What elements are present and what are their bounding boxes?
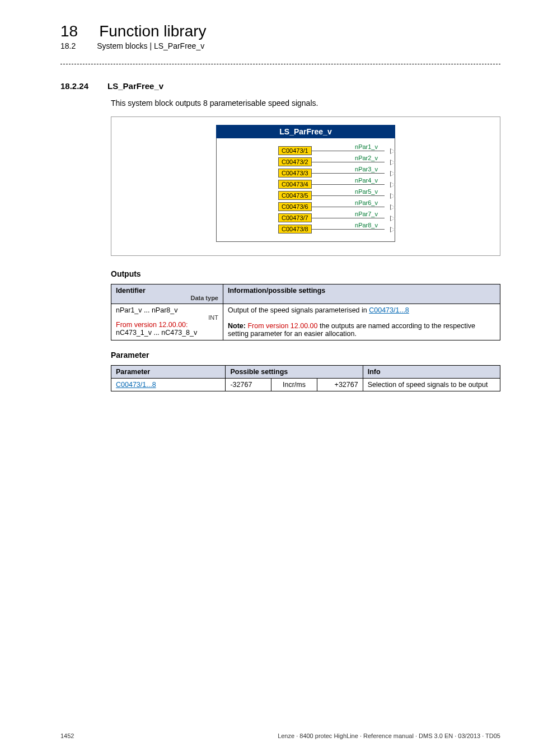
output-label: nPar3_v: [355, 166, 378, 172]
chapter-title: Function library: [99, 22, 206, 40]
divider: [60, 64, 500, 64]
param-box: C00473/7: [278, 213, 312, 222]
intro-text: This system block outputs 8 parameterisa…: [111, 99, 500, 108]
param-link[interactable]: C00473/1...8: [116, 381, 156, 389]
arrow-icon: [390, 216, 395, 221]
parameter-heading: Parameter: [111, 351, 500, 360]
col-info: Information/possible settings: [223, 284, 500, 304]
param-box: C00473/8: [278, 225, 312, 234]
subsection-number: 18.2.24: [60, 81, 88, 91]
arrow-icon: [390, 227, 395, 232]
param-box: C00473/5: [278, 191, 312, 200]
output-label: nPar7_v: [355, 211, 378, 217]
identifier-version: From version 12.00.00:: [116, 321, 218, 329]
param-box: C00473/2: [278, 157, 312, 166]
arrow-icon: [390, 160, 395, 165]
param-box: C00473/1: [278, 146, 312, 155]
identifier-int: INT: [116, 314, 218, 321]
settings-min: -32767: [226, 379, 271, 391]
parameter-table: Parameter Possible settings Info C00473/…: [111, 365, 500, 391]
datatype-label: Data type: [116, 295, 218, 301]
arrow-icon: [390, 182, 395, 188]
param-box: C00473/6: [278, 202, 312, 211]
param-box: C00473/3: [278, 169, 312, 178]
settings-max: +32767: [317, 379, 363, 391]
chapter-number: 18: [60, 22, 78, 40]
info-note: Note: From version 12.00.00 the outputs …: [228, 322, 495, 338]
section-number: 18.2: [60, 41, 76, 50]
arrow-icon: [390, 193, 395, 199]
param-box: C00473/4: [278, 180, 312, 189]
arrow-icon: [390, 171, 395, 176]
identifier-line: nPar1_v ... nPar8_v: [116, 306, 218, 314]
col-parameter: Parameter: [111, 366, 226, 379]
arrow-icon: [390, 204, 395, 210]
param-info: Selection of speed signals to be output: [363, 379, 500, 391]
identifier-line: nC473_1_v ... nC473_8_v: [116, 329, 218, 337]
outputs-table: Identifier Data type Information/possibl…: [111, 284, 500, 340]
output-label: nPar4_v: [355, 177, 378, 184]
subsection-title: LS_ParFree_v: [107, 81, 163, 91]
outputs-heading: Outputs: [111, 269, 500, 278]
info-line: Output of the speed signals parameterise…: [228, 306, 495, 314]
diagram-title: LS_ParFree_v: [216, 125, 395, 138]
output-label: nPar5_v: [355, 188, 378, 195]
link[interactable]: C00473/1...8: [369, 306, 409, 314]
output-label: nPar8_v: [355, 222, 378, 228]
arrow-icon: [390, 148, 395, 154]
section-path: System blocks | LS_ParFree_v: [97, 41, 204, 50]
col-info: Info: [363, 366, 500, 379]
col-settings: Possible settings: [226, 366, 363, 379]
output-label: nPar2_v: [355, 155, 378, 161]
output-label: nPar6_v: [355, 199, 378, 206]
settings-unit: Incr/ms: [271, 379, 317, 391]
col-identifier: Identifier: [116, 287, 218, 295]
block-diagram: LS_ParFree_v C00473/1 nPar1_v C00473/2 n…: [111, 116, 500, 256]
output-label: nPar1_v: [355, 143, 378, 150]
